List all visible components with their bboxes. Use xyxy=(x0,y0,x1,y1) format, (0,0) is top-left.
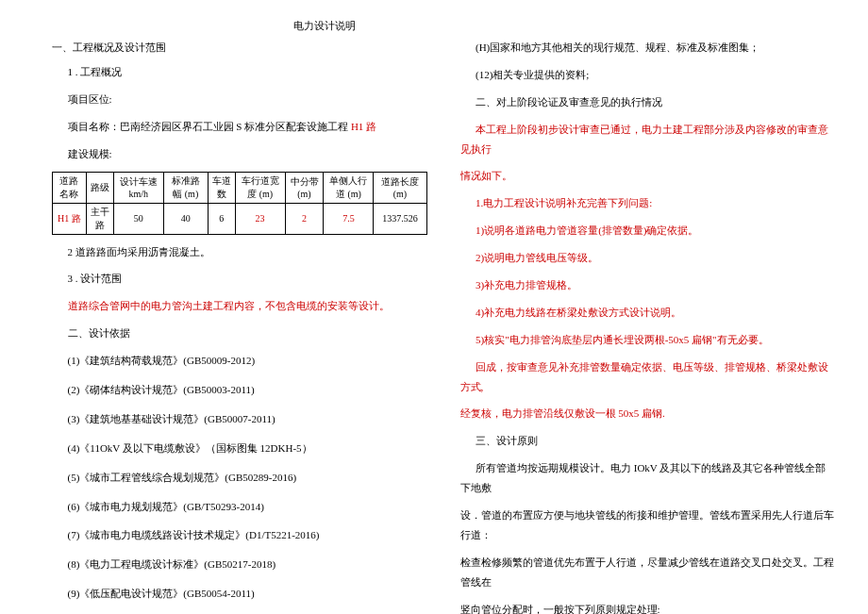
pavement: 2 道路路面均采用沥青混凝土。 xyxy=(52,242,427,262)
p3-1: 所有管道均按远期规模设计。电力 IOkV 及其以下的线路及其它各种管线全部下地敷 xyxy=(460,458,836,498)
p3-4: 竖向管位分配时，一般按下列原则规定处理: xyxy=(460,600,836,614)
ref-2: (2)《砌体结构设计规范》(GB50003-2011) xyxy=(52,380,427,400)
th-median: 中分带 (m) xyxy=(285,172,324,203)
p-red-2: 情况如下。 xyxy=(460,166,836,186)
subheading-1-1: 1 . 工程概况 xyxy=(52,62,427,82)
td-speed: 50 xyxy=(113,203,163,234)
p-11: (H)国家和地方其他相关的现行规范、规程、标准及标准图集； xyxy=(460,38,836,58)
red-list-5: 5)核实"电力排管沟底垫层内通长埋设两根-50x5 扁钢"有无必要。 xyxy=(460,330,836,350)
td-grade: 主干路 xyxy=(86,203,113,234)
heading-2: 二、设计依据 xyxy=(52,324,427,343)
heading-1: 一、工程概况及设计范围 xyxy=(52,41,427,55)
th-grade: 路级 xyxy=(86,172,113,203)
doc-title: 电力设计说明 xyxy=(52,19,427,33)
ref-3: (3)《建筑地基基础设计规范》(GB50007-2011) xyxy=(52,409,427,429)
ref-5: (5)《城市工程管线综合规划规范》(GB50289-2016) xyxy=(52,468,427,488)
table-header-row: 道路名称 路级 设计车速 km/h 标准路幅 (m) 车道数 车行道宽度 (m)… xyxy=(53,172,427,203)
p3-3: 检查检修频繁的管道优先布置于人行道，尽量减少管线在道路交叉口处交叉。工程管线在 xyxy=(460,553,836,592)
ref-9: (9)《低压配电设计规范》(GB50054-2011) xyxy=(52,584,427,604)
p-red-1: 本工程上阶段初步设计审查已通过，电力土建工程部分涉及内容修改的审查意见执行 xyxy=(460,120,836,159)
td-median: 2 xyxy=(285,203,324,234)
th-sidewalk: 单侧人行道 (m) xyxy=(324,172,374,203)
td-width: 40 xyxy=(163,203,208,234)
td-sidewalk: 7.5 xyxy=(324,203,374,234)
build-scale: 建设规模: xyxy=(52,144,427,164)
red-list-2: 2)说明电力管线电压等级。 xyxy=(460,248,836,268)
heading-3: 三、设计原则 xyxy=(460,431,836,451)
p3-2: 设．管道的布置应方便与地块管线的衔接和维护管理。管线布置采用先人行道后车行道： xyxy=(460,506,836,545)
design-scope: 道路综合管网中的电力管沟土建工程内容，不包含电缆的安装等设计。 xyxy=(52,296,427,316)
td-name: H1 路 xyxy=(53,203,87,234)
right-column: (H)国家和地方其他相关的现行规范、规程、标准及标准图集； (12)相关专业提供… xyxy=(442,19,850,595)
th-lanes: 车道数 xyxy=(208,172,235,203)
red-list-4: 4)补充电力线路在桥梁处敷设方式设计说明。 xyxy=(460,303,836,323)
project-region: 项目区位: xyxy=(52,90,427,109)
red-list-3: 3)补充电力排管规格。 xyxy=(460,275,836,295)
red-sum-1: 回成，按审查意见补充排管数量确定依据、电压等级、排管规格、桥梁处敷设方式, xyxy=(460,357,836,397)
th-width: 标准路幅 (m) xyxy=(163,172,208,203)
project-name-link: H1 路 xyxy=(351,121,376,132)
th-speed: 设计车速 km/h xyxy=(113,172,163,203)
subheading-1-3: 3 . 设计范围 xyxy=(52,269,427,289)
project-name: 项目名称：巴南经济园区界石工业园 S 标准分区配套设施工程 H1 路 xyxy=(52,117,427,137)
p-12: (12)相关专业提供的资料; xyxy=(460,65,836,85)
td-length: 1337.526 xyxy=(374,203,426,234)
td-lanes: 6 xyxy=(208,203,235,234)
ref-7: (7)《城市电力电缆线路设计技术规定》(D1/T5221-2016) xyxy=(52,525,427,545)
ref-1: (1)《建筑结构荷载规范》(GB50009-2012) xyxy=(52,351,427,371)
th-length: 道路长度 (m) xyxy=(374,172,426,203)
ref-6: (6)《城市电力规划规范》(GB/T50293-2014) xyxy=(52,497,427,517)
left-column: 电力设计说明 一、工程概况及设计范围 1 . 工程概况 项目区位: 项目名称：巴… xyxy=(19,19,432,595)
red-list-0: 1.电力工程设计说明补充完善下列问题: xyxy=(460,193,836,213)
project-name-text: 项目名称：巴南经济园区界石工业园 S 标准分区配套设施工程 xyxy=(68,121,349,132)
ref-8: (8)《电力工程电缆设计标准》(GB50217-2018) xyxy=(52,555,427,574)
th-carriage: 车行道宽度 (m) xyxy=(235,172,285,203)
td-carriage: 23 xyxy=(235,203,285,234)
red-list-1: 1)说明各道路电力管道容量(排管数量)确定依据。 xyxy=(460,221,836,241)
p-13: 二、对上阶段论证及审查意见的执行情况 xyxy=(460,92,836,112)
ref-4: (4)《11OkV 及以下电缆敷设》（国标图集 12DKH-5） xyxy=(52,439,427,458)
table-row: H1 路 主干路 50 40 6 23 2 7.5 1337.526 xyxy=(53,203,427,234)
red-sum-2: 经复核，电力排管沿线仅敷设一根 50x5 扁钢. xyxy=(460,404,836,423)
th-name: 道路名称 xyxy=(53,172,87,203)
road-table: 道路名称 路级 设计车速 km/h 标准路幅 (m) 车道数 车行道宽度 (m)… xyxy=(52,172,427,235)
